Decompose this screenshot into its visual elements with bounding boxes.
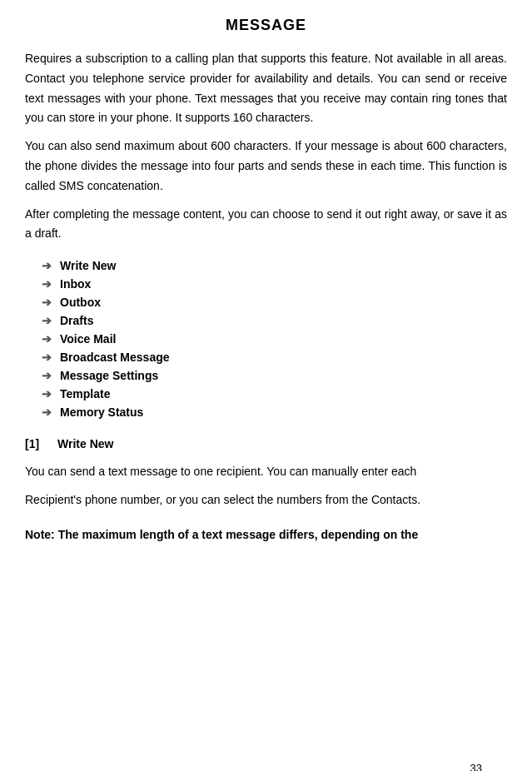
menu-item-label: Voice Mail	[60, 332, 116, 346]
menu-item-9[interactable]: ➔Memory Status	[42, 405, 507, 419]
menu-arrow-icon: ➔	[42, 332, 60, 346]
menu-item-3[interactable]: ➔Outbox	[42, 296, 507, 309]
note-text: Note: The maximum length of a text messa…	[25, 525, 507, 545]
menu-item-5[interactable]: ➔Voice Mail	[42, 332, 507, 346]
menu-arrow-icon: ➔	[42, 405, 60, 419]
menu-item-1[interactable]: ➔Write New	[42, 259, 507, 272]
menu-item-6[interactable]: ➔Broadcast Message	[42, 351, 507, 364]
menu-arrow-icon: ➔	[42, 277, 60, 291]
menu-item-8[interactable]: ➔Template	[42, 387, 507, 400]
menu-item-label: Drafts	[60, 314, 93, 327]
description-3: After completing the message content, yo…	[25, 205, 507, 245]
menu-item-label: Broadcast Message	[60, 351, 170, 364]
menu-arrow-icon: ➔	[42, 351, 60, 364]
section-heading: [1] Write New	[25, 437, 507, 450]
page-title: MESSAGE	[25, 17, 507, 34]
body-text-1: You can send a text message to one recip…	[25, 462, 507, 482]
menu-arrow-icon: ➔	[42, 387, 60, 400]
menu-item-label: Message Settings	[60, 369, 158, 382]
menu-list: ➔Write New➔Inbox➔Outbox➔Drafts➔Voice Mai…	[42, 259, 507, 419]
menu-item-2[interactable]: ➔Inbox	[42, 277, 507, 291]
menu-item-7[interactable]: ➔Message Settings	[42, 369, 507, 382]
section-label: Write New	[57, 437, 113, 450]
section-number: [1]	[25, 437, 39, 450]
menu-item-label: Memory Status	[60, 405, 143, 419]
menu-arrow-icon: ➔	[42, 296, 60, 309]
menu-item-label: Write New	[60, 259, 116, 272]
page-number: 33	[470, 762, 482, 771]
menu-arrow-icon: ➔	[42, 314, 60, 327]
menu-item-label: Outbox	[60, 296, 101, 309]
menu-item-label: Template	[60, 387, 110, 400]
page-wrapper: MESSAGE Requires a subscription to a cal…	[25, 17, 507, 771]
menu-arrow-icon: ➔	[42, 369, 60, 382]
menu-item-label: Inbox	[60, 277, 91, 291]
menu-arrow-icon: ➔	[42, 259, 60, 272]
description-2: You can also send maximum about 600 char…	[25, 137, 507, 196]
body-text-2: Recipient's phone number, or you can sel…	[25, 490, 507, 510]
description-1: Requires a subscription to a calling pla…	[25, 49, 507, 128]
menu-item-4[interactable]: ➔Drafts	[42, 314, 507, 327]
